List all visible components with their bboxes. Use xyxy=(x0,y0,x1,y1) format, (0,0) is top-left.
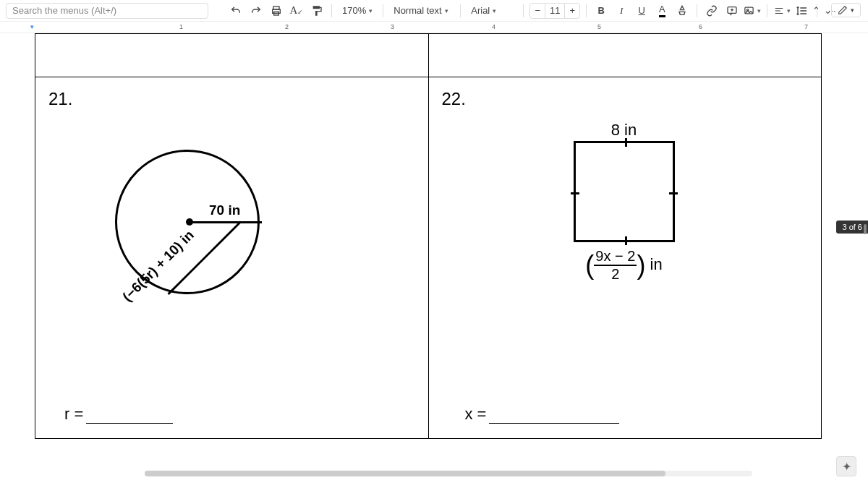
font-size-increase[interactable]: + xyxy=(565,5,579,16)
style-dropdown[interactable]: Normal text xyxy=(389,2,454,20)
zoom-dropdown[interactable]: 170% xyxy=(338,2,377,20)
bold-button[interactable]: B xyxy=(592,2,610,20)
radius-label: 70 in xyxy=(209,202,240,218)
ruler[interactable]: ▾ 1 2 3 4 5 6 7 xyxy=(0,22,868,33)
font-size-decrease[interactable]: − xyxy=(530,5,545,16)
horizontal-scrollbar[interactable] xyxy=(145,471,752,476)
question-22-cell[interactable]: 22. 8 in (9x − 22) in x = xyxy=(428,77,822,439)
toolbar: Search the menus (Alt+/) A✓ 170% Normal … xyxy=(0,0,868,22)
answer-line[interactable]: r = xyxy=(64,405,173,424)
bottom-side-label: (9x − 22) in xyxy=(523,248,726,283)
undo-button[interactable] xyxy=(227,2,244,20)
italic-button[interactable]: I xyxy=(613,2,630,20)
font-size-value[interactable]: 11 xyxy=(545,4,565,18)
chevron-down-icon[interactable]: ⌄ xyxy=(819,2,836,20)
circle-figure: 70 in (−6(5r) + 10) in xyxy=(115,150,260,294)
question-21-cell[interactable]: 21. 70 in (−6(5r) + 10) in r = xyxy=(35,77,429,439)
highlight-button[interactable] xyxy=(673,2,691,20)
explore-button[interactable]: ✦ xyxy=(836,456,856,476)
font-dropdown[interactable]: Arial xyxy=(467,2,517,20)
underline-button[interactable]: U xyxy=(633,2,650,20)
indent-marker-icon[interactable]: ▾ xyxy=(30,23,34,30)
menu-search-input[interactable]: Search the menus (Alt+/) xyxy=(6,3,208,19)
document-area[interactable]: 21. 70 in (−6(5r) + 10) in r = 22. 8 in xyxy=(0,33,868,488)
print-button[interactable] xyxy=(268,2,285,20)
square-figure: 8 in (9x − 22) in xyxy=(523,121,726,283)
question-number: 22. xyxy=(442,89,466,109)
insert-link-button[interactable] xyxy=(703,2,720,20)
answer-line[interactable]: x = xyxy=(465,405,620,424)
redo-button[interactable] xyxy=(247,2,265,20)
insert-comment-button[interactable] xyxy=(723,2,741,20)
paint-format-button[interactable] xyxy=(308,2,326,20)
align-button[interactable] xyxy=(773,2,791,20)
worksheet-table: 21. 70 in (−6(5r) + 10) in r = 22. 8 in xyxy=(35,33,822,439)
question-number: 21. xyxy=(48,89,72,109)
top-side-label: 8 in xyxy=(523,121,726,140)
insert-image-button[interactable] xyxy=(744,2,761,20)
font-size-control: − 11 + xyxy=(529,3,580,19)
text-color-button[interactable]: A xyxy=(653,2,671,20)
vertical-scrollbar[interactable] xyxy=(864,224,867,234)
spellcheck-button[interactable]: A✓ xyxy=(288,2,305,20)
